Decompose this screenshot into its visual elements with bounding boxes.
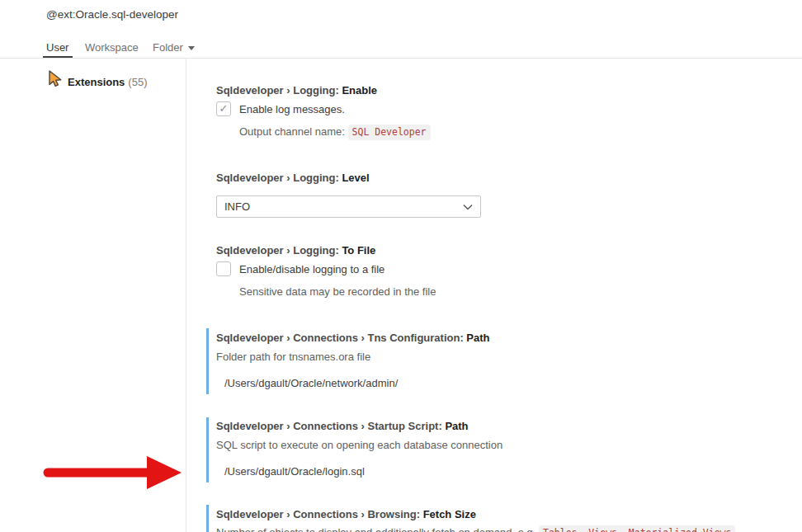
logging-enable-note: Output channel name: SQL Developer bbox=[239, 125, 431, 140]
setting-title-logging-enable: Sqldeveloper › Logging: Enable bbox=[216, 84, 377, 97]
tab-user[interactable]: User bbox=[46, 41, 68, 54]
setting-title-logging-to-file: Sqldeveloper › Logging: To File bbox=[216, 244, 375, 257]
fetch-size-code-chip: Tables, Views, Materialized Views bbox=[539, 525, 735, 532]
tns-path-description: Folder path for tnsnames.ora file bbox=[216, 351, 370, 364]
cursor-icon bbox=[46, 69, 64, 89]
tab-workspace[interactable]: Workspace bbox=[85, 41, 139, 54]
extensions-count: (55) bbox=[128, 76, 147, 88]
setting-title-tns-path: Sqldeveloper › Connections › Tns Configu… bbox=[216, 332, 490, 345]
logging-to-file-checkbox-label: Enable/disable logging to a file bbox=[239, 263, 384, 276]
chevron-down-icon[interactable] bbox=[188, 46, 195, 50]
logging-to-file-note: Sensitive data may be recorded in the fi… bbox=[239, 285, 436, 299]
annotation-arrow-icon bbox=[40, 454, 185, 493]
setting-title-fetch-size: Sqldeveloper › Connections › Browsing: F… bbox=[216, 508, 476, 521]
modified-indicator-bar bbox=[206, 417, 209, 483]
logging-level-value: INFO bbox=[224, 200, 250, 214]
setting-title-startup-script: Sqldeveloper › Connections › Startup Scr… bbox=[216, 420, 469, 433]
startup-script-description: SQL script to execute on opening each da… bbox=[216, 439, 502, 452]
sidebar-item-extensions[interactable]: Extensions(55) bbox=[68, 76, 147, 89]
tabbar-separator bbox=[0, 58, 802, 59]
output-channel-code-chip: SQL Developer bbox=[348, 125, 431, 140]
tab-folder[interactable]: Folder bbox=[153, 41, 183, 54]
extensions-label: Extensions bbox=[68, 76, 125, 88]
startup-script-input[interactable]: /Users/dgault/Oracle/login.sql bbox=[224, 465, 365, 478]
logging-to-file-checkbox[interactable] bbox=[216, 261, 231, 276]
sidebar-separator bbox=[186, 59, 186, 532]
search-query-input[interactable]: @ext:Oracle.sql-developer bbox=[46, 8, 178, 21]
setting-title-logging-level: Sqldeveloper › Logging: Level bbox=[216, 172, 370, 185]
settings-editor: @ext:Oracle.sql-developer User Workspace… bbox=[0, 0, 802, 532]
tns-path-input[interactable]: /Users/dgault/Oracle/network/admin/ bbox=[224, 377, 398, 390]
logging-level-select[interactable]: INFO bbox=[216, 195, 481, 218]
chevron-down-icon bbox=[463, 204, 473, 210]
logging-enable-checkbox[interactable] bbox=[216, 101, 231, 116]
modified-indicator-bar bbox=[206, 328, 209, 394]
fetch-size-description: Number of objects to display and additio… bbox=[216, 525, 735, 532]
logging-enable-checkbox-label: Enable log messages. bbox=[239, 103, 345, 116]
modified-indicator-bar bbox=[206, 505, 209, 532]
